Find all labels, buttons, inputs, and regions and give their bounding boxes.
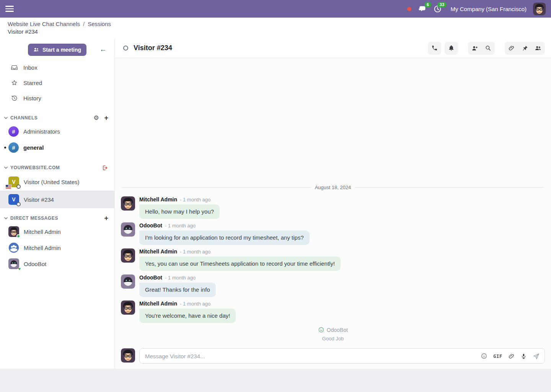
- sidebar-dm-odoobot[interactable]: ♥ OdooBot: [0, 256, 114, 272]
- paperclip-icon: [508, 45, 515, 51]
- user-avatar: [8, 226, 19, 237]
- top-navbar: 6 33 My Company (San Francisco): [0, 0, 551, 18]
- history-icon: [11, 95, 18, 102]
- sidebar-channel-general[interactable]: # general: [0, 139, 114, 155]
- members-people-icon: [535, 44, 542, 52]
- chat-message: Mitchell Admin - 1 month ago Hello, how …: [121, 196, 545, 219]
- add-direct-message-button[interactable]: +: [104, 215, 108, 221]
- leave-livechat-icon[interactable]: [102, 165, 108, 171]
- message-bubble: Yes, you can use our Timesheets applicat…: [139, 256, 341, 271]
- message-author-avatar[interactable]: [121, 301, 135, 315]
- channels-settings-gear-icon[interactable]: ⚙: [93, 115, 99, 121]
- inbox-icon: [11, 64, 18, 71]
- livechat-rating: OdooBot Good Job: [121, 327, 545, 341]
- visitor-avatar: V: [8, 194, 19, 205]
- chat-message: OdooBot - 1 month ago Great! Thanks for …: [121, 274, 545, 297]
- messages-count-badge: 6: [424, 2, 431, 8]
- happy-face-icon: [318, 327, 324, 333]
- message-bubble: Great! Thanks for the info: [139, 283, 216, 297]
- sidebar-channel-administrators[interactable]: # Administrators: [0, 123, 114, 139]
- channel-hash-icon: #: [8, 142, 19, 153]
- activities-button[interactable]: 33: [433, 5, 442, 13]
- message-timestamp: - 1 month ago: [180, 197, 210, 203]
- pinned-messages-button[interactable]: [518, 42, 531, 55]
- user-avatar[interactable]: [533, 3, 546, 15]
- sidebar-livechat-visitor-234[interactable]: V Visitor #234: [0, 191, 114, 208]
- start-meeting-button[interactable]: Start a meeting: [28, 44, 86, 56]
- message-author[interactable]: OdooBot: [139, 274, 162, 281]
- message-author[interactable]: OdooBot: [139, 222, 162, 229]
- composer-box[interactable]: GIF: [139, 348, 545, 364]
- message-bubble: Hello, how may I help you?: [139, 204, 220, 219]
- message-author[interactable]: Mitchell Admin: [139, 248, 177, 255]
- sidebar-dm-mitchell-admin[interactable]: Mitchell Admin: [0, 224, 114, 240]
- sidebar-item-history[interactable]: History: [0, 90, 114, 106]
- sidebar-item-inbox[interactable]: Inbox: [0, 60, 114, 75]
- message-author-avatar[interactable]: [121, 196, 135, 211]
- message-timestamp: - 1 month ago: [165, 275, 196, 281]
- message-timestamp: - 1 month ago: [165, 223, 196, 229]
- chevron-down-icon: [4, 166, 8, 169]
- message-composer: GIF: [115, 341, 551, 364]
- search-messages-button[interactable]: [481, 42, 495, 55]
- breadcrumb-current: Visitor #234: [8, 28, 543, 35]
- livechat-section-header[interactable]: YOURWEBSITE.COM: [0, 162, 114, 173]
- microphone-icon: [520, 353, 527, 359]
- voice-message-button[interactable]: [520, 353, 527, 359]
- send-message-button[interactable]: [533, 353, 540, 360]
- message-timestamp: - 1 month ago: [180, 249, 210, 255]
- breadcrumb-separator: /: [83, 21, 85, 27]
- hamburger-menu-icon[interactable]: [5, 6, 14, 12]
- channels-section-header[interactable]: CHANNELS ⚙ +: [0, 113, 114, 123]
- visitor-avatar: V: [8, 176, 19, 187]
- message-timestamp: - 1 month ago: [180, 301, 210, 307]
- pin-icon: [522, 45, 528, 51]
- meeting-people-icon: [33, 47, 39, 53]
- messages-button[interactable]: 6: [418, 5, 427, 13]
- attach-file-button[interactable]: [508, 353, 515, 359]
- message-author[interactable]: Mitchell Admin: [139, 301, 177, 307]
- group-avatar: [8, 242, 19, 253]
- visitor-status-icon: [123, 46, 128, 51]
- date-divider: August 18, 2024: [122, 185, 544, 190]
- chat-title[interactable]: Visitor #234: [134, 44, 172, 52]
- breadcrumb: Website Live Chat Channels / Sessions Vi…: [0, 18, 551, 38]
- collapse-sidebar-arrow-icon[interactable]: ←: [99, 45, 107, 54]
- us-flag-icon: [6, 185, 11, 189]
- activities-count-badge: 33: [437, 2, 446, 8]
- message-author-avatar[interactable]: [121, 222, 135, 237]
- sidebar-dm-mitchell-admin-group[interactable]: Mitchell Admin: [0, 240, 114, 256]
- sidebar-livechat-visitor-us[interactable]: V Visitor (United States): [0, 173, 114, 191]
- emoji-picker-button[interactable]: [481, 353, 487, 359]
- attachments-panel-button[interactable]: [505, 42, 518, 55]
- message-author-avatar[interactable]: [121, 274, 135, 289]
- unread-dot: [4, 147, 6, 149]
- chat-header: Visitor #234: [115, 38, 551, 58]
- phone-icon: [431, 45, 438, 51]
- add-channel-button[interactable]: +: [104, 115, 108, 121]
- call-button[interactable]: [428, 42, 441, 55]
- page-footer-area: [0, 369, 551, 392]
- sidebar-item-starred[interactable]: Starred: [0, 75, 114, 90]
- add-user-icon: [471, 45, 478, 52]
- send-paper-plane-icon: [533, 353, 540, 360]
- message-input[interactable]: [145, 353, 477, 359]
- bell-icon: [448, 45, 455, 51]
- paperclip-icon: [508, 353, 515, 359]
- notification-settings-button[interactable]: [445, 42, 458, 55]
- chat-message: Mitchell Admin - 1 month ago You're welc…: [121, 301, 545, 323]
- message-author-avatar[interactable]: [121, 248, 135, 263]
- search-icon: [485, 45, 491, 51]
- discuss-sidebar: Start a meeting ← Inbox Starred Hi: [0, 38, 115, 369]
- direct-messages-section-header[interactable]: DIRECT MESSAGES +: [0, 213, 114, 224]
- message-author[interactable]: Mitchell Admin: [139, 196, 177, 203]
- breadcrumb-link-livechat-channels[interactable]: Website Live Chat Channels: [8, 21, 80, 27]
- star-icon: [11, 79, 18, 87]
- gif-button[interactable]: GIF: [493, 353, 502, 359]
- invite-user-button[interactable]: [468, 42, 481, 55]
- members-panel-button[interactable]: [531, 42, 545, 55]
- company-switcher[interactable]: My Company (San Francisco): [451, 6, 527, 12]
- chevron-down-icon: [4, 217, 8, 220]
- bot-avatar: ♥: [8, 258, 19, 269]
- breadcrumb-link-sessions[interactable]: Sessions: [88, 21, 111, 27]
